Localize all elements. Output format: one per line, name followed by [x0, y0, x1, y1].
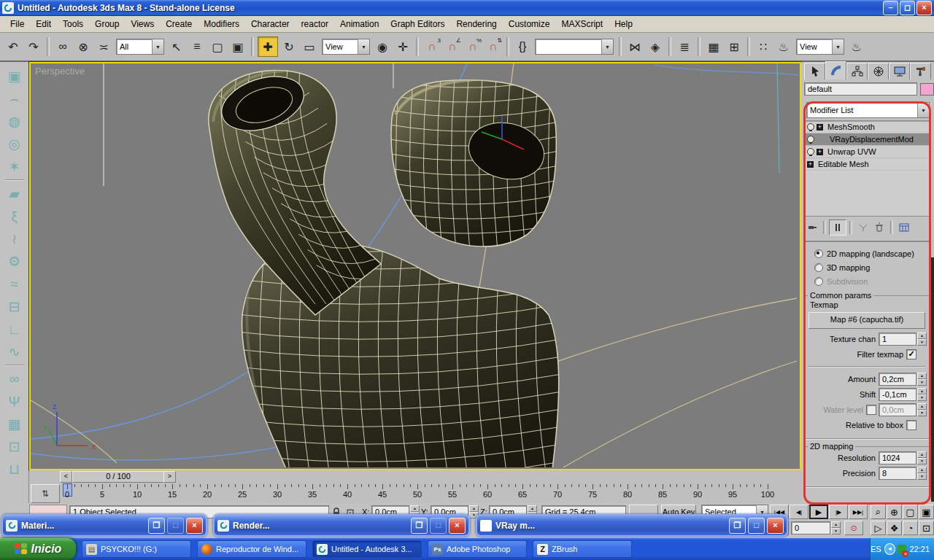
resolution-spinner[interactable]: ▲▼: [917, 451, 927, 464]
select-and-scale-icon[interactable]: ▭: [300, 37, 319, 56]
window-crossing-icon[interactable]: ▣: [228, 37, 247, 56]
remove-modifier-icon[interactable]: [871, 220, 887, 235]
menu-graph-editors[interactable]: Graph Editors: [385, 17, 450, 31]
modifier-list-dropdown[interactable]: Modifier List ▼: [806, 102, 930, 118]
menu-modifiers[interactable]: Modifiers: [198, 17, 245, 31]
unlink-selection-icon[interactable]: ⊗: [74, 37, 93, 56]
percent-snap-icon[interactable]: ∩%: [463, 37, 482, 56]
viewport-label[interactable]: Perspective: [35, 66, 85, 77]
maximize-button[interactable]: □: [748, 518, 765, 534]
minimize-button[interactable]: –: [883, 1, 898, 15]
language-indicator[interactable]: ES: [871, 545, 881, 553]
minimized-window[interactable]: Materi...❐□×: [1, 514, 207, 537]
pin-stack-icon[interactable]: [804, 220, 820, 235]
minimized-window-title[interactable]: Render...: [233, 521, 409, 531]
zoom-all-icon[interactable]: ⊕: [887, 505, 902, 519]
texture-chan-spinner[interactable]: ▲▼: [917, 332, 927, 346]
go-to-end-icon[interactable]: ▶▶|: [849, 505, 868, 519]
soft-body-collection-icon[interactable]: ◍: [4, 110, 26, 133]
filter-texmap-checkbox[interactable]: ✓: [906, 349, 916, 359]
material-editor-icon[interactable]: ∷: [754, 37, 773, 56]
render-scene-icon[interactable]: ♨: [774, 37, 793, 56]
make-unique-icon[interactable]: [855, 220, 871, 235]
show-end-result-icon[interactable]: [829, 219, 846, 236]
render-type-dropdown[interactable]: View▼: [796, 39, 844, 55]
angle-snap-icon[interactable]: ∩∠: [443, 37, 462, 56]
start-button[interactable]: Inicio: [0, 538, 76, 560]
time-slider-button[interactable]: 0 / 100: [72, 471, 164, 483]
radio-icon[interactable]: [814, 263, 823, 272]
select-and-rotate-icon[interactable]: ↻: [279, 37, 298, 56]
spinner-snap-icon[interactable]: ∩⇅: [484, 37, 503, 56]
plane-icon[interactable]: ▰: [4, 182, 26, 205]
rigid-body-collection-icon[interactable]: ▣: [4, 65, 26, 88]
mapping-radio-option[interactable]: 2D mapping (landscape): [804, 246, 930, 260]
tab-utilities[interactable]: [910, 63, 931, 79]
amount-spinner[interactable]: ▲▼: [917, 373, 927, 386]
fracture-icon[interactable]: ▦: [4, 413, 26, 435]
menu-file[interactable]: File: [4, 17, 30, 31]
modifier-stack-item[interactable]: VRayDisplacementMod: [805, 133, 929, 146]
relative-to-bbox-checkbox[interactable]: [906, 420, 916, 430]
toy-car-icon[interactable]: ⊟: [4, 295, 26, 318]
edit-named-selections-icon[interactable]: {}: [513, 37, 532, 56]
spring-icon[interactable]: ξ: [4, 205, 26, 228]
minimized-window-title[interactable]: VRay m...: [495, 521, 727, 531]
snap-toggle-icon[interactable]: ∩3: [422, 37, 441, 56]
water-level-field[interactable]: 0,0cm: [879, 403, 916, 416]
layer-manager-icon[interactable]: ≣: [675, 37, 694, 56]
perspective-viewport[interactable]: xyz Perspective: [29, 62, 801, 470]
tab-create[interactable]: [804, 63, 825, 79]
deforming-mesh-collection-icon[interactable]: ✶: [4, 155, 26, 178]
rectangular-selection-icon[interactable]: ▢: [208, 37, 227, 56]
tab-motion[interactable]: [868, 63, 889, 79]
menu-help[interactable]: Help: [609, 17, 638, 31]
restore-button[interactable]: ◻: [900, 1, 915, 15]
minimized-window-title[interactable]: Materi...: [21, 521, 146, 531]
mapping-radio-option[interactable]: Subdivision: [804, 274, 930, 288]
current-frame-field[interactable]: 0 ▲▼: [791, 521, 841, 534]
pan-icon[interactable]: ❖: [887, 521, 902, 535]
named-selection-dropdown[interactable]: ▼: [535, 39, 614, 55]
object-name-field[interactable]: default: [804, 82, 917, 96]
expand-icon[interactable]: +: [807, 161, 814, 168]
rope-collection-icon[interactable]: ◎: [4, 133, 26, 155]
menu-character[interactable]: Character: [245, 17, 296, 31]
maximize-button[interactable]: □: [430, 518, 447, 534]
panel-scrollbar[interactable]: [931, 257, 934, 502]
zoom-extents-all-icon[interactable]: ▣: [919, 505, 934, 519]
amount-field[interactable]: 0,2cm: [879, 373, 916, 386]
field-of-view-icon[interactable]: ▷: [871, 521, 886, 535]
mirror-icon[interactable]: ⋈: [625, 37, 644, 56]
hide-icons-chevron[interactable]: ◂: [884, 543, 895, 555]
menu-create[interactable]: Create: [160, 17, 198, 31]
arc-rotate-icon[interactable]: ◔: [903, 521, 918, 535]
selection-filter-dropdown[interactable]: All▼: [116, 39, 164, 55]
time-slider-track[interactable]: < 0 / 100 >: [29, 470, 801, 483]
tab-hierarchy[interactable]: [846, 63, 868, 79]
menu-group[interactable]: Group: [89, 17, 125, 31]
select-object-icon[interactable]: ↖: [167, 37, 186, 56]
object-color-swatch[interactable]: [920, 83, 934, 96]
rope-knot-icon[interactable]: ∞: [4, 368, 26, 390]
restore-button[interactable]: ❐: [148, 518, 165, 534]
shift-field[interactable]: -0,1cm: [879, 388, 916, 401]
tray-status-icon[interactable]: [898, 545, 906, 554]
chevron-down-icon[interactable]: ▼: [832, 39, 844, 54]
redo-icon[interactable]: ↷: [24, 37, 43, 56]
select-and-manipulate-icon[interactable]: ✛: [393, 37, 412, 56]
previous-frame-icon[interactable]: ◀|: [790, 505, 808, 519]
ragdoll-icon[interactable]: Ψ: [4, 390, 26, 413]
restore-button[interactable]: ❐: [411, 518, 428, 534]
reference-coordinate-dropdown[interactable]: View▼: [322, 39, 370, 55]
menu-maxscript[interactable]: MAXScript: [555, 17, 609, 31]
menu-customize[interactable]: Customize: [503, 17, 556, 31]
modifier-stack-item[interactable]: +Unwrap UVW: [805, 146, 929, 158]
constraint-icon[interactable]: ⊡: [4, 435, 26, 458]
expand-icon[interactable]: +: [817, 149, 823, 155]
taskbar-button[interactable]: ▤PSYCKO!!! (G:): [82, 540, 191, 558]
close-button[interactable]: ×: [916, 1, 932, 15]
title-bar[interactable]: Untitled - Autodesk 3ds Max 8 - Stand-al…: [0, 0, 934, 16]
taskbar-button[interactable]: Reproductor de Wind...: [197, 540, 306, 558]
maximize-button[interactable]: □: [167, 518, 184, 534]
